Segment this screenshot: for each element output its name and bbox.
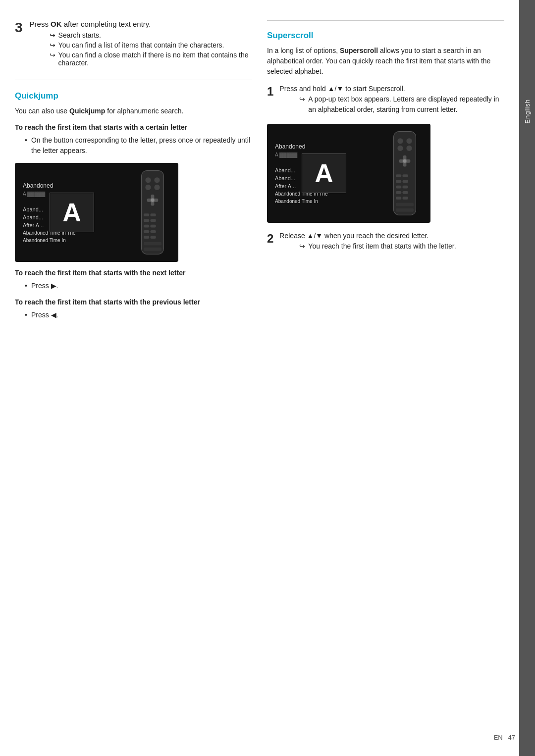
svg-point-8 [151,199,155,202]
svg-rect-30 [396,174,401,177]
svg-point-3 [145,185,151,190]
svg-point-24 [397,146,403,151]
quickjump-screenshot: Abandoned A ▓▓▓▓▓ ​ Aband... Aband... Af… [15,163,178,262]
superscroll-step2-content: Release ▲/▼ when you reach the desired l… [279,231,456,253]
superscroll-heading: Superscroll [267,31,504,41]
left-column: 3 Press OK after completing text entry. … [15,20,252,726]
ss-tv-item-7: Abandoned Time In [272,198,376,205]
superscroll-step2: 2 Release ▲/▼ when you reach the desired… [267,231,504,253]
svg-point-2 [154,177,160,183]
divider1 [15,80,252,80]
step3-container: 3 Press OK after completing text entry. … [15,20,252,69]
svg-rect-33 [403,180,408,183]
side-tab-label: English [524,99,531,124]
quickjump-sub1-bullet: On the button corresponding to the lette… [25,135,252,156]
quickjump-sub3-bullet: Press ◀. [25,310,252,320]
quickjump-intro: You can also use Quickjump for alphanume… [15,106,252,116]
svg-point-4 [154,185,160,190]
right-column: Superscroll In a long list of options, S… [267,20,504,726]
svg-rect-34 [396,186,401,189]
svg-rect-15 [144,230,149,233]
superscroll-screenshot: Abandoned A ▓▓▓▓▓ ​ Aband... Aband... Af… [267,124,430,223]
svg-point-1 [145,177,151,183]
quickjump-sub1-heading: To reach the first item that starts with… [15,123,252,131]
svg-rect-38 [396,197,401,200]
superscroll-step2-arrow: You reach the first item that starts wit… [299,241,456,252]
svg-rect-12 [151,219,156,222]
step3-main-text: Press OK after completing text entry. [30,20,252,28]
ok-bold: OK [51,20,62,28]
svg-rect-11 [144,219,149,222]
page-footer: EN 47 [494,734,515,741]
svg-rect-21 [394,132,416,215]
svg-rect-14 [151,225,156,228]
svg-rect-16 [151,230,156,233]
svg-point-22 [397,138,403,144]
svg-rect-31 [403,174,408,177]
svg-point-23 [406,138,412,144]
ss-tv-item-0: Abandoned [272,142,376,151]
superscroll-section: Superscroll In a long list of options, S… [267,31,504,253]
superscroll-intro: In a long list of options, Superscroll a… [267,46,504,77]
svg-rect-39 [403,197,408,200]
quickjump-sub2-bullet: Press ▶. [25,281,252,291]
tv-item-0: Abandoned [20,181,124,190]
page-number: 47 [508,734,515,741]
svg-rect-35 [403,186,408,189]
quickjump-sub3-heading: To reach the first item that starts with… [15,298,252,306]
svg-rect-10 [151,213,156,216]
svg-rect-40 [396,203,414,206]
superscroll-big-letter-box: A [302,153,346,193]
page-container: 3 Press OK after completing text entry. … [0,0,535,756]
svg-rect-20 [144,248,161,251]
quickjump-heading: Quickjump [15,91,252,101]
quickjump-section: Quickjump You can also use Quickjump for… [15,91,252,320]
side-tab: English [519,0,535,756]
svg-point-29 [403,159,407,163]
svg-rect-17 [144,236,149,239]
tv-item-7: Abandoned Time In [20,237,124,244]
step3-content: Press OK after completing text entry. Se… [30,20,252,69]
svg-rect-37 [403,191,408,194]
svg-point-25 [406,146,412,151]
big-letter: A [62,198,81,227]
step3-bullet1: Search starts. [50,31,252,39]
remote-control-image [128,165,177,259]
superscroll-step1-arrow: A pop-up text box appears. Letters are d… [299,94,504,115]
svg-rect-13 [144,225,149,228]
quickjump-sub2-heading: To reach the first item that starts with… [15,269,252,277]
step3-number: 3 [15,20,23,36]
step3-bullet3: You can find a close match if there is n… [50,51,252,67]
big-letter-box: A [50,193,94,232]
svg-rect-19 [144,242,161,246]
superscroll-step1-content: Press and hold ▲/▼ to start Superscroll.… [279,84,504,117]
remote-svg [133,168,172,257]
svg-rect-36 [396,191,401,194]
superscroll-remote-svg [385,129,425,218]
superscroll-step1-number: 1 [267,85,273,99]
superscroll-remote-image [380,126,429,220]
superscroll-big-letter: A [315,158,333,188]
superscroll-step1: 1 Press and hold ▲/▼ to start Superscrol… [267,84,504,117]
step3-bullet2: You can find a list of items that contai… [50,41,252,49]
superscroll-step2-number: 2 [267,232,273,246]
two-col-layout: 3 Press OK after completing text entry. … [15,20,504,726]
svg-rect-32 [396,180,401,183]
superscroll-step2-text: Release ▲/▼ when you reach the desired l… [279,231,456,241]
svg-rect-9 [144,213,149,216]
svg-rect-18 [151,236,156,239]
superscroll-bold: Superscroll [340,47,378,54]
svg-rect-0 [142,171,164,254]
quickjump-bold: Quickjump [69,107,105,115]
svg-rect-41 [396,208,414,212]
main-content: 3 Press OK after completing text entry. … [0,0,519,756]
superscroll-step1-text: Press and hold ▲/▼ to start Superscroll. [279,84,504,94]
